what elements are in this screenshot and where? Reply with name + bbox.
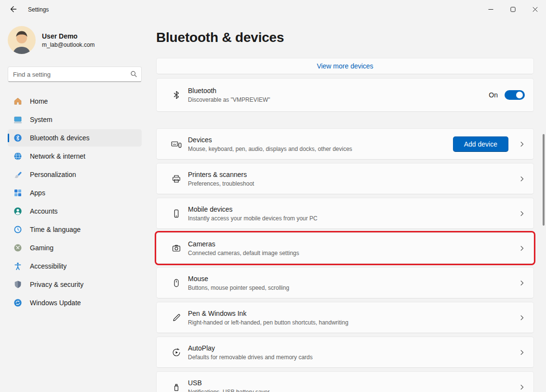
row-subtitle: Notifications, USB battery saver [188, 389, 269, 392]
row-subtitle: Right-handed or left-handed, pen button … [188, 319, 348, 326]
sidebar-item-home[interactable]: Home [8, 93, 142, 110]
usb-icon [171, 382, 182, 392]
bluetooth-toggle[interactable] [505, 90, 525, 100]
chevron-right-icon [519, 384, 525, 390]
row-devices[interactable]: Devices Mouse, keyboard, pen, audio, dis… [156, 128, 534, 160]
chevron-right-icon [519, 176, 525, 182]
minimize-button[interactable] [479, 0, 502, 19]
bluetooth-setting-row[interactable]: Bluetooth Discoverable as "VMPREVIEW" On [156, 78, 534, 112]
personalization-icon [13, 170, 22, 179]
sidebar-item-apps[interactable]: Apps [8, 184, 142, 202]
row-pen-windows-ink[interactable]: Pen & Windows Ink Right-handed or left-h… [156, 302, 534, 333]
row-text: Cameras Connected cameras, default image… [188, 240, 299, 257]
chevron-right-icon [519, 350, 525, 355]
sidebar-item-network-internet[interactable]: Network & internet [8, 148, 142, 165]
window-controls [479, 0, 546, 19]
app-title: Settings [28, 6, 49, 13]
row-text: Printers & scanners Preferences, trouble… [188, 171, 254, 187]
row-cameras[interactable]: Cameras Connected cameras, default image… [156, 232, 534, 264]
user-email: m_lab@outlook.com [42, 41, 95, 48]
sidebar-item-label: Bluetooth & devices [30, 134, 90, 142]
row-title: USB [188, 379, 269, 387]
row-subtitle: Defaults for removable drives and memory… [188, 354, 313, 361]
sidebar-item-label: Network & internet [30, 152, 85, 160]
sidebar-item-privacy-security[interactable]: Privacy & security [8, 276, 142, 293]
pen-icon [171, 313, 182, 323]
back-button[interactable] [5, 2, 22, 17]
row-mobile-devices[interactable]: Mobile devices Instantly access your mob… [156, 198, 534, 229]
autoplay-icon [171, 348, 182, 357]
chevron-right-icon [519, 141, 525, 147]
sidebar-item-label: Time & language [30, 226, 80, 233]
sidebar-item-label: Accessibility [30, 262, 67, 270]
back-arrow-icon [10, 5, 17, 14]
row-subtitle: Connected cameras, default image setting… [188, 250, 299, 257]
row-text: Pen & Windows Ink Right-handed or left-h… [188, 310, 348, 326]
sidebar-item-gaming[interactable]: Gaming [8, 239, 142, 257]
view-more-devices-label: View more devices [317, 62, 373, 70]
bluetooth-icon [13, 134, 22, 142]
toggle-knob [516, 92, 523, 98]
bluetooth-row-text: Bluetooth Discoverable as "VMPREVIEW" [188, 87, 270, 103]
sidebar-item-accounts[interactable]: Accounts [8, 203, 142, 220]
row-mouse[interactable]: Mouse Buttons, mouse pointer speed, scro… [156, 267, 534, 298]
chevron-right-icon [519, 211, 525, 216]
sidebar-item-label: Accounts [30, 207, 58, 215]
home-icon [13, 97, 22, 106]
user-avatar [8, 26, 36, 54]
sidebar-item-time-language[interactable]: Time & language [8, 221, 142, 238]
user-info: User Demo m_lab@outlook.com [42, 32, 95, 48]
chevron-right-icon [519, 315, 525, 321]
bluetooth-row-title: Bluetooth [188, 87, 270, 95]
sidebar-item-label: Personalization [30, 171, 76, 178]
page-title: Bluetooth & devices [156, 30, 534, 45]
sidebar-item-label: System [30, 116, 53, 123]
sidebar-item-bluetooth-devices[interactable]: Bluetooth & devices [8, 129, 142, 147]
row-text: Mouse Buttons, mouse pointer speed, scro… [188, 275, 289, 291]
sidebar: User Demo m_lab@outlook.com Home System … [0, 19, 149, 392]
maximize-icon [510, 6, 516, 14]
sidebar-item-label: Privacy & security [30, 281, 83, 288]
row-title: Devices [188, 136, 352, 144]
sidebar-item-system[interactable]: System [8, 111, 142, 128]
mobile-devices-icon [171, 209, 182, 218]
windows-update-icon [13, 298, 22, 307]
sidebar-item-accessibility[interactable]: Accessibility [8, 257, 142, 275]
bluetooth-toggle-group: On [489, 90, 525, 100]
titlebar: Settings [0, 0, 546, 19]
sidebar-nav: Home System Bluetooth & devices Network … [8, 93, 142, 311]
row-subtitle: Preferences, troubleshoot [188, 180, 254, 187]
sidebar-item-label: Apps [30, 189, 45, 197]
maximize-button[interactable] [502, 0, 524, 19]
row-title: AutoPlay [188, 344, 313, 352]
row-text: Mobile devices Instantly access your mob… [188, 205, 318, 222]
user-profile[interactable]: User Demo m_lab@outlook.com [8, 26, 142, 54]
close-icon [533, 6, 538, 14]
row-text: USB Notifications, USB battery saver [188, 379, 269, 392]
scrollbar-thumb[interactable] [543, 134, 545, 226]
row-text: AutoPlay Defaults for removable drives a… [188, 344, 313, 361]
search-input[interactable] [8, 67, 142, 82]
bluetooth-status-label: On [489, 91, 498, 99]
close-button[interactable] [524, 0, 546, 19]
sidebar-item-windows-update[interactable]: Windows Update [8, 294, 142, 311]
sidebar-item-personalization[interactable]: Personalization [8, 166, 142, 183]
add-device-button[interactable]: Add device [453, 136, 508, 152]
row-title: Mobile devices [188, 205, 318, 213]
row-text: Devices Mouse, keyboard, pen, audio, dis… [188, 136, 352, 152]
view-more-devices-button[interactable]: View more devices [156, 58, 534, 74]
row-autoplay[interactable]: AutoPlay Defaults for removable drives a… [156, 337, 534, 368]
row-subtitle: Buttons, mouse pointer speed, scrolling [188, 284, 289, 291]
printer-icon [171, 174, 182, 184]
row-title: Cameras [188, 240, 299, 248]
chevron-right-icon [519, 280, 525, 286]
row-printers-scanners[interactable]: Printers & scanners Preferences, trouble… [156, 163, 534, 194]
devices-icon [171, 139, 182, 149]
sidebar-item-label: Windows Update [30, 299, 81, 307]
row-usb[interactable]: USB Notifications, USB battery saver [156, 371, 534, 392]
main-content: Bluetooth & devices View more devices Bl… [149, 19, 546, 392]
privacy-icon [13, 280, 22, 289]
row-title: Pen & Windows Ink [188, 310, 348, 317]
row-title: Printers & scanners [188, 171, 254, 178]
accounts-icon [13, 207, 22, 216]
